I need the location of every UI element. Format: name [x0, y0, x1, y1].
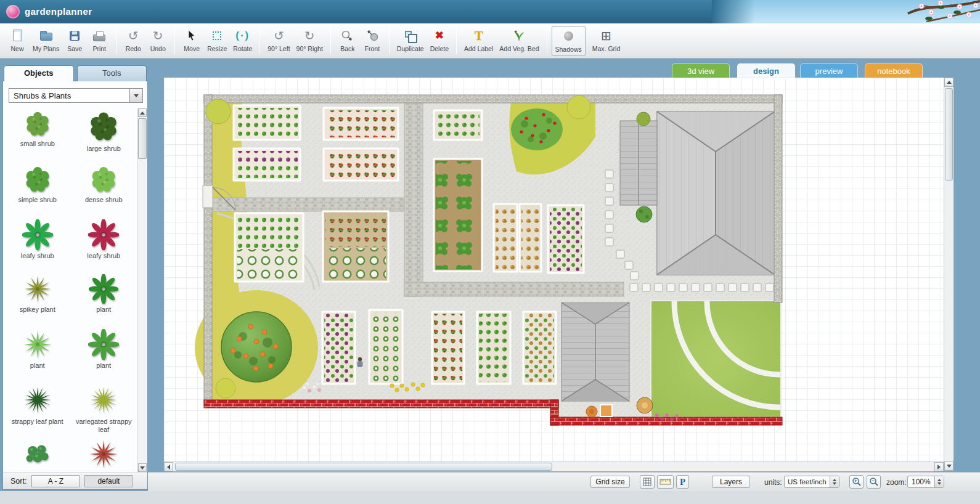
tab-objects[interactable]: Objects — [4, 65, 74, 81]
redo-button[interactable]: ↺ Redo — [121, 26, 145, 56]
house-roof[interactable] — [657, 112, 775, 275]
side-structure-roof[interactable] — [620, 121, 657, 205]
leafy-shrub-icon — [22, 219, 53, 250]
new-document-icon — [13, 27, 22, 44]
rotate-90-right-button[interactable]: ↻ 90° Right — [293, 26, 326, 56]
plant-icon — [89, 274, 118, 304]
rotate-icon: (·) — [235, 27, 250, 44]
bring-to-front-button[interactable]: Front — [360, 26, 385, 56]
fruit-tree[interactable] — [221, 312, 292, 382]
shadows-icon — [564, 28, 573, 44]
list-item-clump-plant[interactable] — [4, 437, 71, 472]
design-canvas[interactable] — [163, 77, 954, 471]
rotate-button[interactable]: (·) Rotate — [230, 26, 255, 56]
tab-notebook[interactable]: notebook — [865, 63, 923, 78]
move-button[interactable]: Move — [179, 26, 204, 56]
berry-bush[interactable] — [511, 108, 563, 150]
list-item-large-shrub[interactable]: large shrub — [71, 108, 137, 163]
delete-button[interactable]: ✖ Delete — [427, 26, 452, 56]
scroll-right-icon[interactable] — [934, 462, 944, 471]
sort-az-button[interactable]: A - Z — [31, 475, 80, 487]
variegated-strappy-leaf-icon — [88, 384, 120, 416]
variegated-star-plant-icon — [88, 439, 119, 469]
sort-label: Sort: — [10, 477, 27, 486]
grid-size-button[interactable]: Grid size — [590, 476, 630, 488]
scroll-down-icon[interactable] — [138, 463, 147, 472]
scrollbar-thumb[interactable] — [945, 88, 953, 181]
category-dropdown[interactable]: Shrubs & Plants — [9, 88, 143, 103]
app-logo-icon — [6, 5, 20, 18]
zoom-out-button[interactable] — [867, 475, 881, 489]
undo-button[interactable]: ↻ Undo — [145, 26, 170, 56]
list-item-simple-shrub[interactable]: simple shrub — [4, 163, 71, 218]
duplicate-button[interactable]: Duplicate — [394, 26, 427, 56]
ruler-button[interactable] — [657, 475, 674, 489]
list-item-leafy-shrub-red[interactable]: leafy shrub — [71, 218, 137, 273]
canvas-horizontal-scrollbar[interactable] — [164, 461, 944, 471]
scroll-left-icon[interactable] — [164, 462, 173, 471]
max-grid-button[interactable]: ⊞ Max. Grid — [589, 26, 624, 56]
shadows-button[interactable]: Shadows — [552, 26, 586, 56]
canvas-vertical-scrollbar[interactable] — [944, 78, 953, 471]
move-cursor-icon — [186, 27, 197, 44]
tab-3d-view[interactable]: 3d view — [672, 63, 730, 78]
layers-button[interactable]: Layers — [712, 476, 750, 488]
zoom-in-button[interactable] — [849, 475, 864, 489]
plant-light-icon — [22, 329, 53, 360]
sort-default-button[interactable]: default — [84, 475, 133, 487]
list-item-plant[interactable]: plant — [71, 273, 137, 328]
units-spinner[interactable] — [830, 476, 839, 487]
add-veg-bed-button[interactable]: Add Veg. Bed — [496, 26, 542, 56]
add-label-button[interactable]: T Add Label — [461, 26, 496, 56]
list-item-spikey-plant[interactable]: spikey plant — [4, 273, 71, 328]
list-item-dense-shrub[interactable]: dense shrub — [71, 163, 137, 218]
plant-item-label: plant — [96, 306, 111, 314]
zoom-spinner-arrows[interactable] — [934, 476, 944, 487]
send-to-back-button[interactable]: Back — [335, 26, 360, 56]
large-shrub-icon — [87, 110, 120, 143]
save-button[interactable]: Save — [62, 26, 87, 56]
shed-roof[interactable] — [561, 303, 629, 401]
my-plans-button[interactable]: My Plans — [30, 26, 62, 56]
list-item-strappy-leaf-plant[interactable]: strappy leaf plant — [4, 383, 71, 437]
toolbar-separator — [330, 26, 331, 54]
zoom-level-spinner[interactable]: 100% — [907, 476, 944, 488]
chevron-down-icon[interactable] — [129, 89, 142, 102]
new-button[interactable]: New — [5, 26, 30, 56]
list-item-plant[interactable]: plant — [4, 328, 71, 383]
list-item-variegated-star-plant[interactable] — [71, 437, 137, 472]
undo-icon: ↻ — [153, 27, 163, 44]
list-item-variegated-strappy-leaf[interactable]: variegated strappy leaf — [71, 383, 137, 437]
tab-design[interactable]: design — [737, 63, 795, 78]
plant-item-label: plant — [30, 362, 45, 370]
list-item-small-shrub[interactable]: small shrub — [4, 108, 71, 163]
plant-item-label: simple shrub — [18, 196, 57, 204]
scroll-down-icon[interactable] — [944, 461, 953, 471]
list-item-plant[interactable]: plant — [71, 328, 137, 383]
print-button[interactable]: Print — [87, 26, 112, 56]
plant-item-label: strappy leaf plant — [12, 418, 63, 426]
scrollbar-thumb[interactable] — [175, 463, 552, 471]
plant-item-label: leafy shrub — [21, 252, 54, 260]
grid-toggle-button[interactable] — [640, 475, 655, 489]
plant-list-scrollbar[interactable] — [137, 108, 147, 472]
rotate-90-right-icon: ↻ — [304, 27, 315, 44]
small-shrub-icon — [23, 110, 52, 138]
sidebar-tabs: Objects Tools — [4, 65, 147, 81]
redo-icon: ↺ — [128, 27, 139, 44]
delete-icon: ✖ — [435, 27, 444, 44]
scrollbar-thumb[interactable] — [138, 118, 147, 159]
scroll-up-icon[interactable] — [138, 108, 147, 117]
toolbar-separator — [174, 26, 175, 54]
resize-button[interactable]: Resize — [204, 26, 230, 56]
rotate-90-left-button[interactable]: ↺ 90° Left — [264, 26, 293, 56]
units-select[interactable]: US feet/inch — [784, 476, 839, 488]
scroll-up-icon[interactable] — [944, 78, 953, 87]
garden-plan[interactable] — [164, 78, 955, 472]
tab-tools[interactable]: Tools — [77, 65, 147, 81]
p-button[interactable]: P — [676, 475, 689, 489]
toolbar-separator — [456, 26, 457, 54]
tab-preview[interactable]: preview — [800, 63, 858, 78]
plant-item-label: plant — [96, 362, 111, 370]
list-item-leafy-shrub[interactable]: leafy shrub — [4, 218, 71, 273]
